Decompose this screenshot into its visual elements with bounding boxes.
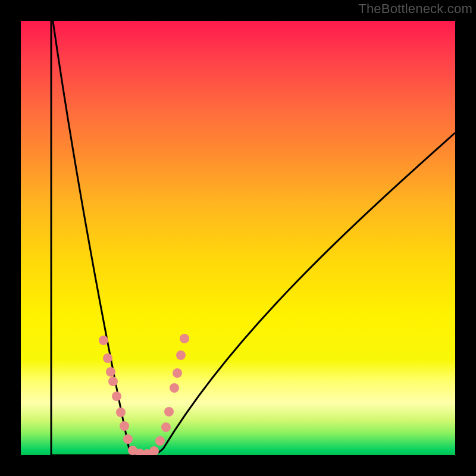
chart-svg <box>21 21 455 455</box>
marker-dot <box>120 421 129 431</box>
watermark-label: TheBottleneck.com <box>358 1 472 17</box>
marker-dot <box>164 407 174 416</box>
chart-frame: TheBottleneck.com <box>0 0 476 476</box>
marker-dot <box>99 336 108 345</box>
marker-dot <box>176 350 186 360</box>
plot-area <box>21 21 455 455</box>
marker-dot <box>103 353 112 363</box>
marker-group <box>99 334 189 455</box>
marker-dot <box>161 422 171 432</box>
marker-dot <box>112 392 121 401</box>
marker-dot <box>170 383 179 393</box>
marker-dot <box>106 367 115 377</box>
marker-dot <box>173 368 182 378</box>
right-curve <box>149 133 455 453</box>
left-curve <box>51 21 152 455</box>
marker-dot <box>180 334 189 343</box>
marker-dot <box>108 377 118 386</box>
marker-dot <box>155 436 165 446</box>
marker-dot <box>116 408 126 417</box>
marker-dot <box>149 446 159 455</box>
marker-dot <box>123 434 133 444</box>
curve-group <box>51 21 455 455</box>
